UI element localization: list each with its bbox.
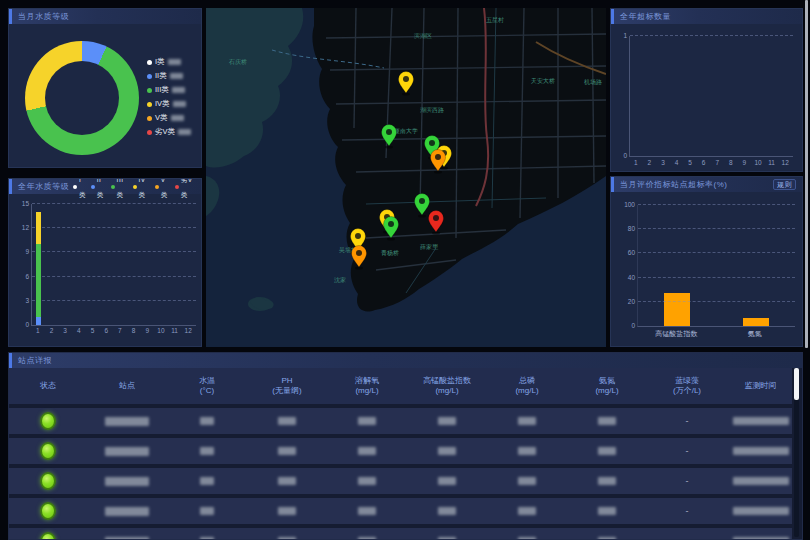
cell-value-redacted [358,417,376,425]
cell-value: - [686,446,689,456]
legend-item-II类[interactable]: II类 [91,178,107,202]
panel-yearly-water-grade: 全年水质等级 I类II类III类IV类V类劣V类 03691215 123456… [8,178,202,347]
table-scrollbar-track[interactable] [794,368,799,537]
rule-link[interactable]: 规则 [773,179,796,190]
x-tick-label: 2 [643,159,657,166]
x-tick-label: 7 [113,327,127,334]
x-tick-label: 7 [710,159,724,166]
gridline [638,252,795,253]
gridline [32,300,196,301]
cell-value-redacted [438,417,456,425]
rate-category-label: 高锰酸盐指数 [637,329,716,339]
legend-dot [147,102,152,107]
cell-3 [167,417,247,425]
cell-8 [567,417,647,425]
city-map[interactable]: 石庆桥滨湖区五星村天安大桥机场路湖滨西路厦南大学薛家里吴墙村青杨桥沈家 [206,8,606,347]
x-tick-label: 3 [58,327,72,334]
header-line1: 蓝绿藻 [647,376,727,386]
legend-label: I类 [155,57,165,67]
y-tick-label: 80 [621,225,635,232]
header-line2: (无量纲) [247,386,327,396]
column-header-9[interactable]: 蓝绿藻(万个/L) [647,376,727,396]
table-row[interactable]: - [9,528,792,540]
legend-value-redacted [170,73,183,79]
column-header-10[interactable]: 监测时间 [727,381,794,391]
x-tick-label: 1 [629,159,643,166]
rate-bar-column [638,205,717,326]
cell-2 [87,537,167,540]
map-label: 厦南大学 [394,127,418,135]
cell-9: - [647,446,727,456]
donut-chart[interactable] [25,41,139,155]
header-line2: (°C) [167,386,247,396]
column-header-2[interactable]: 站点 [87,381,167,391]
table-row[interactable]: - [9,438,792,464]
legend-item-I类[interactable]: I类 [73,178,87,202]
bar-segment-IV类 [36,212,41,244]
map-label: 青杨桥 [381,250,399,257]
cell-value-redacted [105,507,149,516]
panel-title: 当月水质等级 [18,9,69,24]
legend-item-III类[interactable]: III类 [147,85,191,95]
legend-dot [175,185,179,189]
legend-item-III类[interactable]: III类 [111,178,129,202]
bar-高锰酸盐指数[interactable] [664,293,690,326]
legend-item-劣V类[interactable]: 劣V类 [147,127,191,137]
x-tick-label: 4 [670,159,684,166]
header-line2: (mg/L) [327,386,407,396]
table-row[interactable]: - [9,408,792,434]
cell-10 [727,507,794,515]
x-tick-label: 8 [724,159,738,166]
column-header-8[interactable]: 氨氮(mg/L) [567,376,647,396]
y-tick-label: 20 [621,298,635,305]
cell-value-redacted [598,477,616,485]
legend-item-II类[interactable]: II类 [147,71,191,81]
legend-label: IV类 [139,178,151,202]
cell-8 [567,507,647,515]
x-tick-label: 12 [181,327,195,334]
column-header-7[interactable]: 总磷(mg/L) [487,376,567,396]
bar-氨氮[interactable] [743,318,769,326]
cell-value: - [686,476,689,486]
stacked-bar-month-1[interactable] [36,212,41,325]
table-row[interactable]: - [9,468,792,494]
gridline [638,228,795,229]
page-scrollbar[interactable] [805,0,808,348]
cell-1 [9,502,87,520]
status-indicator-normal [40,532,56,540]
gridline [32,203,196,204]
legend-item-V类[interactable]: V类 [147,113,191,123]
legend-item-劣V类[interactable]: 劣V类 [175,178,197,202]
header-line1: 高锰酸盐指数 [407,376,487,386]
column-header-4[interactable]: PH(无量纲) [247,376,327,396]
y-tick-label: 0 [613,152,627,159]
column-header-6[interactable]: 高锰酸盐指数(mg/L) [407,376,487,396]
cell-2 [87,447,167,456]
cell-value-redacted [438,447,456,455]
cell-7 [487,477,567,485]
panel-monthly-exceed-rate: 当月评价指标站点超标率(%) 规则 020406080100 高锰酸盐指数氨氮 [610,176,803,347]
legend-dot [91,185,95,189]
legend-value-redacted [178,129,191,135]
header-line1: 总磷 [487,376,567,386]
header-line1: 站点 [87,381,167,391]
column-header-3[interactable]: 水温(°C) [167,376,247,396]
legend-dot [133,185,137,189]
legend-item-IV类[interactable]: IV类 [147,99,191,109]
panel-monthly-water-grade: 当月水质等级 I类II类III类IV类V类劣V类 [8,8,202,168]
legend-item-I类[interactable]: I类 [147,57,191,67]
column-header-5[interactable]: 溶解氧(mg/L) [327,376,407,396]
cell-8 [567,447,647,455]
bar-segment-II类 [36,317,41,325]
x-tick-label: 5 [86,327,100,334]
cell-1 [9,472,87,490]
cell-4 [247,417,327,425]
table-scrollbar-thumb[interactable] [794,368,799,400]
map-canvas[interactable]: 石庆桥滨湖区五星村天安大桥机场路湖滨西路厦南大学薛家里吴墙村青杨桥沈家 [206,8,606,347]
cell-value-redacted [358,477,376,485]
legend-item-V类[interactable]: V类 [155,178,171,202]
table-row[interactable]: - [9,498,792,524]
legend-item-IV类[interactable]: IV类 [133,178,151,202]
column-header-1[interactable]: 状态 [9,381,87,391]
map-label: 天安大桥 [531,77,555,84]
